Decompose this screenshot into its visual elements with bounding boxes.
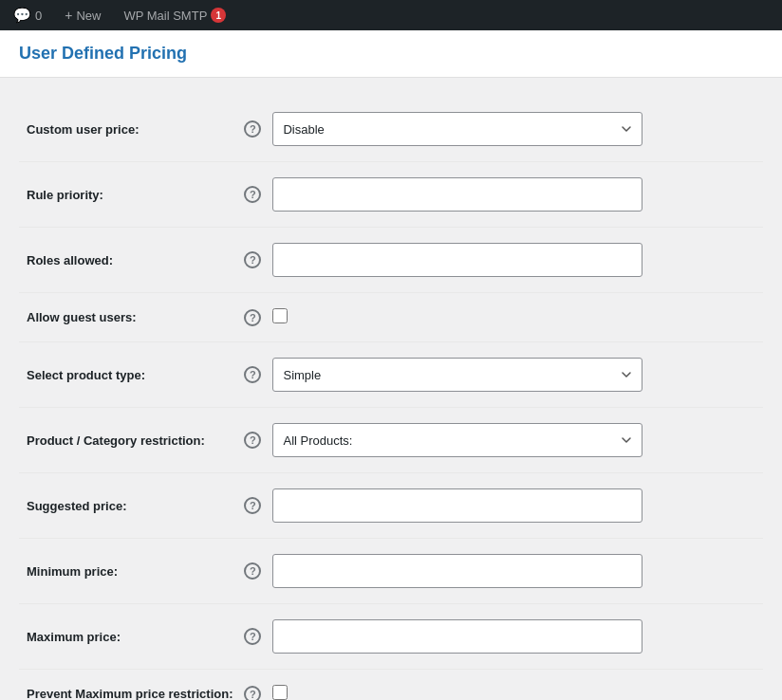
smtp-badge: 1 (211, 8, 226, 23)
input-minimum_price[interactable] (272, 554, 642, 588)
page-header: User Defined Pricing (0, 30, 782, 78)
comments-count: 0 (35, 9, 42, 23)
help-icon-allow_guest_users[interactable]: ? (244, 309, 261, 326)
help-icon-suggested_price[interactable]: ? (244, 497, 261, 514)
admin-bar-new[interactable]: + New (59, 0, 106, 30)
admin-bar-smtp[interactable]: WP Mail SMTP 1 (118, 0, 232, 30)
label-allow_guest_users: Allow guest users: (19, 293, 236, 342)
plus-icon: + (65, 8, 72, 23)
form-row: Suggested price:? (19, 473, 763, 539)
label-custom_user_price: Custom user price: (19, 97, 236, 162)
input-cell-maximum_price (269, 604, 763, 670)
label-suggested_price: Suggested price: (19, 473, 236, 539)
help-icon-custom_user_price[interactable]: ? (244, 120, 261, 138)
checkbox-allow_guest_users[interactable] (272, 308, 288, 323)
input-cell-product_category_restriction: All Products:Specific ProductsSpecific C… (269, 408, 763, 473)
label-rule_priority: Rule priority: (19, 162, 236, 228)
label-maximum_price: Maximum price: (19, 604, 236, 670)
select-select_product_type[interactable]: SimpleVariableGroupedExternal (272, 358, 642, 392)
input-cell-rule_priority (269, 162, 763, 228)
admin-bar: 💬 0 + New WP Mail SMTP 1 (0, 0, 782, 30)
checkbox-prevent_maximum_price[interactable] (272, 685, 288, 700)
input-cell-select_product_type: SimpleVariableGroupedExternal (269, 342, 763, 408)
help-icon-roles_allowed[interactable]: ? (244, 251, 261, 268)
form-row: Minimum price:? (19, 539, 763, 604)
help-icon-select_product_type[interactable]: ? (244, 366, 261, 383)
input-cell-allow_guest_users (269, 293, 763, 342)
help-icon-maximum_price[interactable]: ? (244, 628, 261, 645)
form-row: Allow guest users:? (19, 293, 763, 342)
form-row: Rule priority:? (19, 162, 763, 228)
input-suggested_price[interactable] (272, 488, 642, 523)
form-row: Custom user price:?DisableEnable (19, 97, 763, 162)
label-roles_allowed: Roles allowed: (19, 228, 236, 293)
input-cell-minimum_price (269, 539, 763, 604)
admin-bar-comments[interactable]: 💬 0 (8, 0, 47, 30)
input-cell-custom_user_price: DisableEnable (269, 97, 763, 162)
input-roles_allowed[interactable] (272, 243, 642, 277)
label-product_category_restriction: Product / Category restriction: (19, 408, 236, 473)
label-select_product_type: Select product type: (19, 342, 236, 408)
settings-form: Custom user price:?DisableEnableRule pri… (19, 97, 763, 700)
help-icon-minimum_price[interactable]: ? (244, 562, 261, 580)
input-cell-prevent_maximum_price (269, 670, 763, 701)
page-title: User Defined Pricing (19, 44, 763, 64)
label-minimum_price: Minimum price: (19, 539, 236, 604)
label-prevent_maximum_price: Prevent Maximum price restriction: (19, 670, 236, 701)
help-icon-rule_priority[interactable]: ? (244, 186, 261, 203)
input-cell-suggested_price (269, 473, 763, 539)
form-row: Prevent Maximum price restriction:? (19, 670, 763, 701)
form-row: Select product type:?SimpleVariableGroup… (19, 342, 763, 408)
comments-icon: 💬 (13, 7, 31, 24)
help-icon-product_category_restriction[interactable]: ? (244, 432, 261, 449)
form-row: Maximum price:? (19, 604, 763, 670)
form-row: Product / Category restriction:?All Prod… (19, 408, 763, 473)
select-product_category_restriction[interactable]: All Products:Specific ProductsSpecific C… (272, 423, 642, 457)
smtp-label: WP Mail SMTP (123, 9, 207, 23)
help-icon-prevent_maximum_price[interactable]: ? (244, 686, 261, 701)
input-cell-roles_allowed (269, 228, 763, 293)
new-label: New (76, 9, 101, 23)
select-custom_user_price[interactable]: DisableEnable (272, 112, 642, 146)
content-area: Custom user price:?DisableEnableRule pri… (0, 78, 782, 700)
input-rule_priority[interactable] (272, 177, 642, 212)
input-maximum_price[interactable] (272, 619, 642, 654)
form-row: Roles allowed:? (19, 228, 763, 293)
